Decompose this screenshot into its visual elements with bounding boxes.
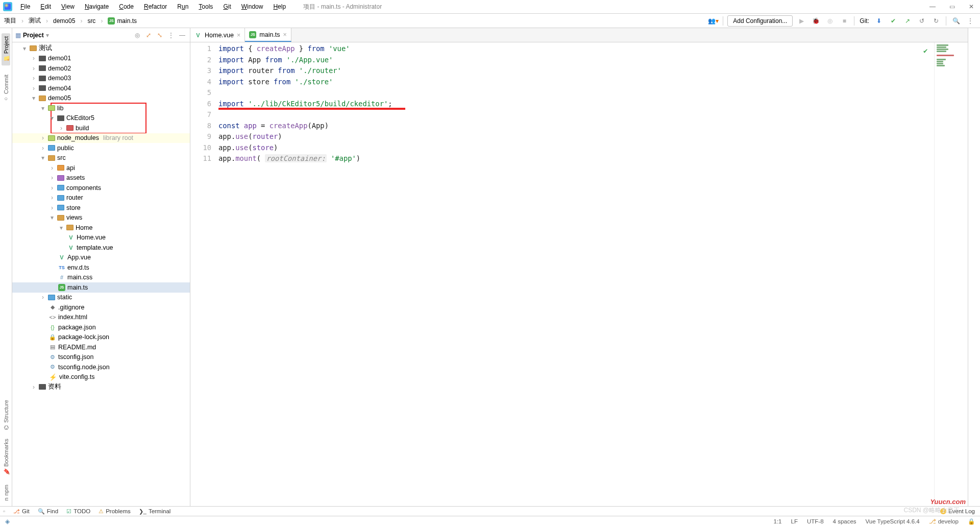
left-tab-npm[interactable]: nnpm [3, 485, 9, 501]
tree-file[interactable]: #main.css [12, 273, 190, 283]
hide-panel-icon[interactable]: — [178, 31, 187, 40]
tree-item-lib[interactable]: ▾lib [12, 103, 190, 113]
tree-item-node-modules[interactable]: ›node_moduleslibrary root [12, 133, 190, 144]
tree-file[interactable]: ⚙tsconfig.json [12, 352, 190, 363]
search-everywhere-icon[interactable]: 🔍 [950, 15, 962, 27]
project-panel-title[interactable]: Project ▾ [23, 32, 49, 39]
menu-refactor[interactable]: Refactor [140, 2, 171, 12]
git-push-icon[interactable]: ↗ [902, 15, 913, 27]
menu-tools[interactable]: Tools [194, 2, 217, 12]
status-hint-icon[interactable]: ◈ [5, 518, 10, 525]
tree-item[interactable]: ▾src [12, 153, 190, 163]
tree-file[interactable]: ◆.gitignore [12, 302, 190, 313]
run-button[interactable]: ▶ [796, 15, 807, 27]
tab-main-ts[interactable]: JSmain.ts× [245, 28, 291, 42]
tree-item-build[interactable]: ›build [12, 123, 190, 133]
status-indent[interactable]: 4 spaces [833, 518, 856, 524]
run-configuration-select[interactable]: Add Configuration... [727, 15, 793, 27]
ide-settings-icon[interactable]: ⋮ [965, 15, 976, 27]
debug-button[interactable]: 🐞 [810, 15, 821, 27]
menu-edit[interactable]: Edit [36, 2, 55, 12]
code-content[interactable]: import { createApp } from 'vue' import A… [218, 42, 934, 506]
code-minimap[interactable]: ✔ [934, 42, 968, 506]
close-tab-icon[interactable]: × [283, 31, 287, 38]
tree-file[interactable]: TSenv.d.ts [12, 262, 190, 273]
inspection-ok-icon[interactable]: ✔ [923, 45, 927, 57]
tree-item[interactable]: ▾views [12, 213, 190, 223]
tree-item[interactable]: ›demo02 [12, 63, 190, 74]
left-tab-project[interactable]: 📁Project [2, 33, 10, 65]
crumb-file[interactable]: JS main.ts [108, 17, 137, 25]
tree-file[interactable]: ⚙tsconfig.node.json [12, 362, 190, 372]
tree-file-selected[interactable]: JSmain.ts [12, 282, 190, 293]
tree-item[interactable]: ›assets [12, 173, 190, 183]
git-history-icon[interactable]: ↺ [916, 15, 927, 27]
tree-item[interactable]: ▾Home [12, 223, 190, 233]
git-update-icon[interactable]: ⬇ [873, 15, 885, 27]
menu-help[interactable]: Help [269, 2, 290, 12]
tree-file[interactable]: VApp.vue [12, 253, 190, 263]
crumb-3[interactable]: src [87, 17, 95, 25]
tree-file[interactable]: VHome.vue [12, 233, 190, 243]
menu-navigate[interactable]: Navigate [81, 2, 113, 12]
tree-item[interactable]: ›public [12, 143, 190, 153]
status-caret-pos[interactable]: 1:1 [774, 518, 782, 524]
window-minimize[interactable]: — [927, 1, 938, 12]
tree-file[interactable]: ▤README.md [12, 342, 190, 352]
git-commit-icon[interactable]: ✔ [888, 15, 899, 27]
code-with-me-icon[interactable]: 👥▾ [707, 15, 719, 27]
tree-file[interactable]: ⚡vite.config.ts [12, 372, 190, 382]
status-lock-icon[interactable]: 🔒 [968, 518, 975, 525]
menu-window[interactable]: Window [237, 2, 267, 12]
crumb-2[interactable]: demo05 [53, 17, 75, 25]
stop-button[interactable]: ■ [839, 15, 850, 27]
panel-menu-icon[interactable]: ⋮ [166, 31, 176, 40]
git-rollback-icon[interactable]: ↻ [930, 15, 942, 27]
menu-run[interactable]: Run [173, 2, 192, 12]
tree-file[interactable]: Vtemplate.vue [12, 243, 190, 253]
tree-item[interactable]: ›api [12, 163, 190, 173]
window-maximize[interactable]: ▭ [946, 1, 958, 12]
tree-file[interactable]: 🔒package-lock.json [12, 332, 190, 343]
tool-git[interactable]: ⎇Git [13, 508, 30, 515]
locate-icon[interactable]: ◎ [133, 31, 142, 40]
collapse-all-icon[interactable]: ⤡ [155, 31, 164, 40]
window-close[interactable]: ✕ [966, 1, 977, 12]
coverage-button[interactable]: ◎ [824, 15, 836, 27]
tree-item[interactable]: ›store [12, 203, 190, 213]
tree-item[interactable]: ›components [12, 183, 190, 193]
tool-todo[interactable]: ☑TODO [66, 508, 90, 515]
crumb-1[interactable]: 测试 [29, 16, 41, 25]
project-tree[interactable]: ▾测试 ›demo01 ›demo02 ›demo03 ›demo04 ▾dem… [12, 42, 190, 506]
tree-item[interactable]: ›router [12, 193, 190, 203]
menu-code[interactable]: Code [115, 2, 138, 12]
expand-all-icon[interactable]: ⤢ [144, 31, 153, 40]
tool-problems[interactable]: ⚠Problems [99, 508, 131, 515]
tree-item-ckeditor[interactable]: ▾CkEditor5 [12, 113, 190, 124]
status-git-branch[interactable]: ⎇develop [929, 518, 959, 525]
tree-file[interactable]: {}package.json [12, 322, 190, 332]
tree-item[interactable]: ›demo03 [12, 74, 190, 84]
tool-terminal[interactable]: ❯_Terminal [139, 508, 171, 515]
left-tab-bookmarks[interactable]: 🔖Bookmarks [3, 439, 9, 475]
status-language[interactable]: Vue TypeScript 4.6.4 [866, 518, 920, 524]
tree-item[interactable]: ›资料 [12, 382, 190, 392]
tree-item[interactable]: ›demo01 [12, 54, 190, 64]
code-editor[interactable]: 1234567891011 import { createApp } from … [190, 42, 968, 506]
close-tab-icon[interactable]: × [237, 32, 240, 39]
menu-view[interactable]: View [57, 2, 79, 12]
tree-root[interactable]: ▾测试 [12, 43, 190, 54]
left-tab-structure[interactable]: ⌬Structure [3, 400, 9, 430]
tab-home-vue[interactable]: VHome.vue× [190, 28, 245, 42]
status-line-ending[interactable]: LF [791, 518, 798, 524]
status-encoding[interactable]: UTF-8 [807, 518, 824, 524]
menu-file[interactable]: File [16, 2, 34, 12]
menu-git[interactable]: Git [219, 2, 235, 12]
tool-find[interactable]: 🔍Find [38, 508, 58, 515]
tree-item[interactable]: ›demo04 [12, 83, 190, 93]
tree-item[interactable]: ›static [12, 293, 190, 303]
crumb-0[interactable]: 项目 [4, 16, 16, 25]
left-tab-commit[interactable]: ○Commit [3, 75, 9, 102]
tree-file[interactable]: <>index.html [12, 313, 190, 323]
tree-item[interactable]: ▾demo05 [12, 93, 190, 104]
